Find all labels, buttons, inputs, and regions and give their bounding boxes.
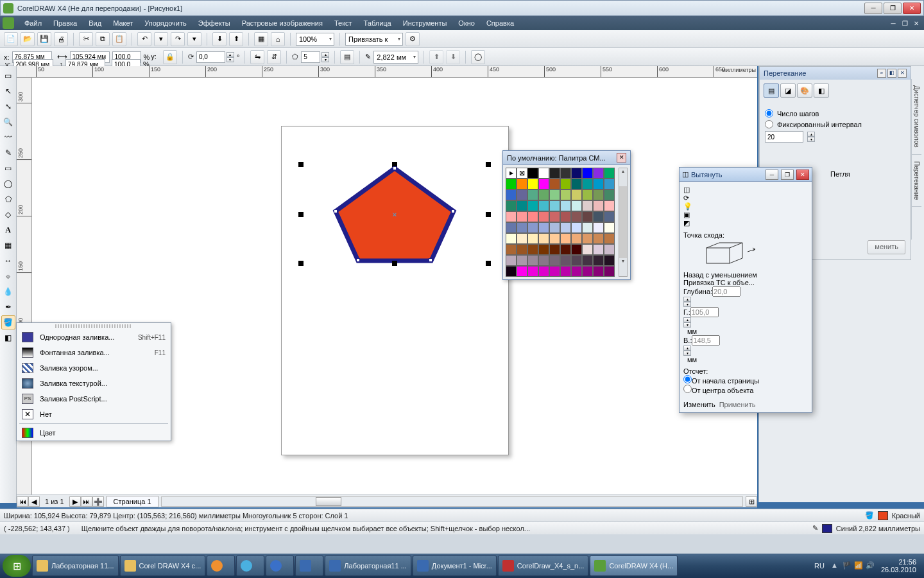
- palette-swatch[interactable]: [604, 255, 615, 266]
- blend-docker-header[interactable]: Перетекание »◧✕: [760, 67, 911, 80]
- menu-layout[interactable]: Макет: [108, 18, 138, 28]
- palette-swatch[interactable]: [560, 200, 571, 211]
- palette-scrollbar[interactable]: ▴▾: [619, 168, 628, 277]
- menu-table[interactable]: Таблица: [359, 18, 397, 28]
- menu-help[interactable]: Справка: [481, 18, 519, 28]
- blend-fixed-radio[interactable]: [765, 120, 773, 128]
- flyout-pattern[interactable]: Заливка узором...: [17, 360, 171, 376]
- extrude-max-button[interactable]: ❐: [781, 170, 794, 180]
- palette-swatch[interactable]: [549, 189, 560, 200]
- flyout-color[interactable]: Цвет: [17, 425, 171, 441]
- palette-swatch[interactable]: [527, 244, 538, 255]
- palette-swatch[interactable]: [506, 266, 517, 277]
- palette-swatch[interactable]: [560, 222, 571, 233]
- sel-handle-mr[interactable]: [486, 212, 491, 217]
- color-palette-docker[interactable]: По умолчанию: Палитра СМ... ✕ ▶⊠ ▴▾: [502, 150, 631, 280]
- cut-button[interactable]: ✂: [79, 32, 93, 46]
- palette-swatch[interactable]: [593, 168, 604, 179]
- menu-window[interactable]: Окно: [453, 18, 480, 28]
- palette-swatch[interactable]: [571, 168, 582, 179]
- palette-swatch[interactable]: [582, 179, 593, 189]
- sel-handle-tr[interactable]: [486, 162, 491, 167]
- palette-swatch[interactable]: [527, 200, 538, 211]
- palette-swatch[interactable]: [582, 255, 593, 266]
- palette-swatch[interactable]: [571, 200, 582, 211]
- palette-swatch[interactable]: [517, 255, 527, 266]
- node-bl[interactable]: [356, 258, 360, 262]
- palette-swatch[interactable]: [560, 211, 571, 222]
- palette-swatch[interactable]: [582, 233, 593, 244]
- open-button[interactable]: 📂: [21, 32, 35, 46]
- palette-swatch[interactable]: [549, 179, 560, 189]
- extrude-tab-3[interactable]: 💡: [683, 202, 808, 211]
- palette-menu-button[interactable]: ▶: [506, 168, 517, 179]
- task-item[interactable]: [295, 556, 323, 576]
- palette-swatch[interactable]: [582, 168, 593, 179]
- crop-tool[interactable]: ⤡: [1, 100, 15, 114]
- freehand-tool[interactable]: 〰: [1, 130, 15, 144]
- palette-swatch[interactable]: [604, 222, 615, 233]
- extrude-tab-1[interactable]: ◫: [683, 186, 808, 194]
- mirror-h-button[interactable]: ⇋: [250, 50, 264, 64]
- doc-minimize-button[interactable]: ─: [888, 19, 898, 28]
- palette-swatch[interactable]: [517, 266, 527, 277]
- mirror-v-button[interactable]: ⇵: [267, 50, 281, 64]
- extrude-depth-field[interactable]: [712, 286, 740, 297]
- to-front-button[interactable]: ⬆: [429, 50, 443, 64]
- task-item[interactable]: Лабораторная 11...: [32, 556, 119, 576]
- palette-swatch[interactable]: [582, 200, 593, 211]
- basic-shapes-tool[interactable]: ◇: [1, 207, 15, 222]
- palette-header[interactable]: По умолчанию: Палитра СМ... ✕: [503, 151, 630, 165]
- docker-collapse-button[interactable]: »: [877, 69, 886, 78]
- palette-swatch[interactable]: [604, 168, 615, 179]
- docker-undock-button[interactable]: ◧: [887, 69, 896, 78]
- hscroll-thumb[interactable]: [316, 497, 341, 506]
- menu-arrange[interactable]: Упорядочить: [139, 18, 191, 28]
- outline-width-combo[interactable]: 2,822 мм: [373, 51, 418, 64]
- page-add-button[interactable]: ➕: [92, 496, 104, 507]
- wrap-text-button[interactable]: ▤: [340, 50, 354, 64]
- tray-vol-icon[interactable]: 🔊: [866, 561, 875, 570]
- import-button[interactable]: ⬇: [212, 32, 227, 46]
- palette-swatch[interactable]: [593, 179, 604, 189]
- palette-swatch[interactable]: [571, 179, 582, 189]
- rotation-field[interactable]: [196, 51, 225, 63]
- lock-ratio-button[interactable]: 🔒: [163, 50, 177, 64]
- blend-tab-color[interactable]: 🎨: [797, 83, 812, 98]
- palette-swatch[interactable]: [538, 233, 549, 244]
- flyout-postscript[interactable]: PSЗаливка PostScript...: [17, 391, 171, 407]
- flyout-none[interactable]: ✕Нет: [17, 407, 171, 422]
- extrude-dialog[interactable]: ◫ Вытянуть ─ ❐ ✕ ◫ ⟳ 💡 ▣ ◩ Точка схода: …: [679, 167, 812, 413]
- extrude-tab-5[interactable]: ◩: [683, 219, 808, 227]
- palette-swatch[interactable]: [517, 222, 527, 233]
- palette-swatch[interactable]: [506, 179, 517, 189]
- palette-swatch[interactable]: [538, 266, 549, 277]
- palette-swatch[interactable]: [604, 266, 615, 277]
- palette-swatch[interactable]: [582, 189, 593, 200]
- clock[interactable]: 21:5626.03.2010: [881, 558, 916, 574]
- palette-swatch[interactable]: [571, 244, 582, 255]
- outline-chip[interactable]: [822, 524, 832, 533]
- palette-swatch[interactable]: [560, 266, 571, 277]
- paste-button[interactable]: 📋: [112, 32, 126, 46]
- flyout-fountain[interactable]: Фонтанная заливка...F11: [17, 345, 171, 360]
- docker-close-button[interactable]: ✕: [898, 69, 907, 78]
- nav-button[interactable]: ⊞: [746, 496, 757, 507]
- palette-swatch[interactable]: [549, 255, 560, 266]
- menu-text[interactable]: Текст: [329, 18, 357, 28]
- blend-steps-field[interactable]: [765, 131, 803, 143]
- extrude-header[interactable]: ◫ Вытянуть ─ ❐ ✕: [680, 168, 812, 182]
- eyedropper-tool[interactable]: 💧: [1, 285, 15, 299]
- extrude-h-field[interactable]: [690, 307, 719, 317]
- palette-swatch[interactable]: [560, 244, 571, 255]
- zoom-tool[interactable]: 🔍: [1, 115, 15, 129]
- shape-tool[interactable]: ↖: [1, 84, 15, 98]
- pick-tool[interactable]: ▭: [1, 69, 15, 83]
- palette-swatch[interactable]: [593, 244, 604, 255]
- palette-swatch[interactable]: [506, 255, 517, 266]
- polygon-tool[interactable]: ⬠: [1, 192, 15, 206]
- menu-bitmaps[interactable]: Растровые изображения: [237, 18, 328, 28]
- palette-swatch[interactable]: [506, 222, 517, 233]
- palette-swatch[interactable]: [593, 211, 604, 222]
- palette-swatch[interactable]: [593, 255, 604, 266]
